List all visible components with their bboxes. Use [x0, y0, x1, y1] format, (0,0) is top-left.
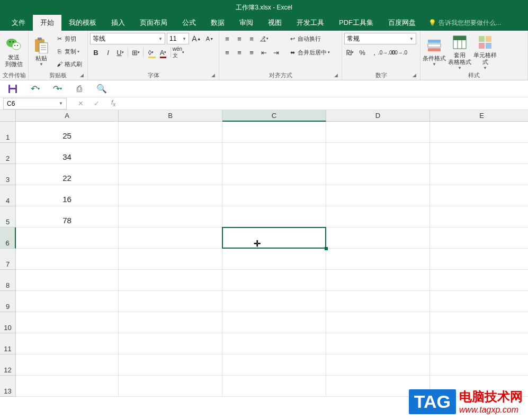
- format-painter-button[interactable]: 🖌格式刷: [54, 58, 83, 70]
- cell[interactable]: [119, 270, 222, 291]
- cell[interactable]: [119, 376, 222, 397]
- font-dialog-launcher[interactable]: ◢: [211, 72, 218, 79]
- cell[interactable]: [222, 227, 326, 249]
- cell[interactable]: [16, 227, 119, 249]
- cell[interactable]: [326, 206, 430, 227]
- cell[interactable]: [430, 227, 528, 249]
- cell[interactable]: [430, 270, 528, 291]
- accept-formula-button[interactable]: ✓: [91, 98, 102, 109]
- cell[interactable]: [222, 291, 326, 312]
- spreadsheet-grid[interactable]: ABCDE 12345678910111213 2534221678 ✛: [0, 110, 528, 406]
- tab-developer[interactable]: 开发工具: [289, 15, 332, 31]
- decrease-indent-button[interactable]: ⇤: [258, 47, 270, 58]
- cell[interactable]: 34: [16, 143, 119, 164]
- select-all-corner[interactable]: [0, 110, 16, 122]
- cell[interactable]: [16, 354, 119, 376]
- increase-indent-button[interactable]: ⇥: [270, 47, 282, 58]
- tab-insert[interactable]: 插入: [104, 15, 132, 31]
- tab-home[interactable]: 开始: [33, 15, 61, 31]
- cell[interactable]: [430, 143, 528, 164]
- cell[interactable]: [16, 270, 119, 291]
- cell[interactable]: [326, 227, 430, 249]
- align-top-button[interactable]: ≡: [221, 33, 233, 44]
- increase-font-button[interactable]: A▲: [191, 33, 202, 44]
- cell[interactable]: [326, 164, 430, 185]
- accounting-format-button[interactable]: ₪▾: [344, 47, 356, 58]
- number-format-combo[interactable]: 常规▼: [344, 33, 416, 44]
- cell[interactable]: [119, 206, 222, 227]
- cell[interactable]: [430, 122, 528, 143]
- column-header[interactable]: D: [326, 110, 430, 122]
- cell[interactable]: 22: [16, 164, 119, 185]
- redo-button[interactable]: ↷ ▾: [51, 83, 64, 95]
- fill-handle[interactable]: [325, 247, 328, 250]
- cancel-formula-button[interactable]: ✕: [75, 98, 86, 109]
- font-size-combo[interactable]: 11▼: [167, 33, 189, 44]
- cell[interactable]: 16: [16, 185, 119, 206]
- row-header[interactable]: 12: [0, 354, 16, 376]
- cell[interactable]: [119, 354, 222, 376]
- font-name-combo[interactable]: 等线▼: [90, 33, 165, 44]
- row-header[interactable]: 4: [0, 185, 16, 206]
- cell[interactable]: [326, 291, 430, 312]
- tab-formulas[interactable]: 公式: [175, 15, 203, 31]
- name-box[interactable]: C6 ▼: [3, 98, 67, 109]
- align-dialog-launcher[interactable]: ◢: [334, 72, 341, 79]
- cell[interactable]: [326, 249, 430, 270]
- copy-button[interactable]: ⎘复制 ▾: [54, 45, 83, 57]
- undo-button[interactable]: ↶ ▾: [29, 83, 41, 95]
- cell[interactable]: [326, 185, 430, 206]
- cell[interactable]: [222, 333, 326, 354]
- wrap-text-button[interactable]: ↩自动换行: [287, 33, 331, 44]
- align-middle-button[interactable]: ≡: [234, 33, 245, 44]
- row-header[interactable]: 9: [0, 291, 16, 312]
- row-header[interactable]: 2: [0, 143, 16, 164]
- save-button[interactable]: [6, 83, 19, 95]
- send-to-wechat-button[interactable]: 发送到微信: [2, 33, 25, 71]
- cell[interactable]: [119, 227, 222, 249]
- cell[interactable]: [326, 122, 430, 143]
- cell[interactable]: [430, 249, 528, 270]
- cell[interactable]: [119, 164, 222, 185]
- row-header[interactable]: 3: [0, 164, 16, 185]
- row-header[interactable]: 6: [0, 227, 16, 249]
- cell[interactable]: [16, 291, 119, 312]
- cell[interactable]: [222, 143, 326, 164]
- tab-baidu[interactable]: 百度网盘: [381, 15, 423, 31]
- italic-button[interactable]: I: [102, 47, 114, 58]
- row-header[interactable]: 8: [0, 270, 16, 291]
- row-header[interactable]: 13: [0, 376, 16, 397]
- cell[interactable]: [222, 312, 326, 333]
- cell[interactable]: [16, 249, 119, 270]
- cell[interactable]: [430, 333, 528, 354]
- tab-templates[interactable]: 我的模板: [61, 15, 104, 31]
- tab-layout[interactable]: 页面布局: [132, 15, 175, 31]
- cell[interactable]: [119, 291, 222, 312]
- cell[interactable]: [222, 376, 326, 397]
- row-header[interactable]: 7: [0, 249, 16, 270]
- column-header[interactable]: B: [119, 110, 222, 122]
- cell[interactable]: [16, 333, 119, 354]
- qat-btn-1[interactable]: ⎙: [73, 83, 86, 95]
- paste-button[interactable]: 粘贴 ▼: [31, 33, 52, 71]
- phonetic-button[interactable]: wén文▾: [173, 47, 184, 58]
- orientation-button[interactable]: ⦨▾: [258, 33, 270, 44]
- fx-icon[interactable]: fx: [111, 99, 115, 107]
- align-bottom-button[interactable]: ≡: [246, 33, 257, 44]
- bold-button[interactable]: B: [90, 47, 102, 58]
- cut-button[interactable]: ✂剪切: [54, 33, 83, 44]
- cell[interactable]: [119, 312, 222, 333]
- row-header[interactable]: 1: [0, 122, 16, 143]
- cell[interactable]: [430, 354, 528, 376]
- tell-me-search[interactable]: 💡 告诉我您想要做什么...: [423, 19, 501, 28]
- cell[interactable]: [430, 206, 528, 227]
- cell[interactable]: [222, 206, 326, 227]
- cell[interactable]: [16, 312, 119, 333]
- cell[interactable]: [222, 270, 326, 291]
- decrease-font-button[interactable]: A▼: [204, 33, 216, 44]
- cell[interactable]: [326, 270, 430, 291]
- table-format-button[interactable]: 套用表格格式 ▼: [448, 33, 471, 71]
- tab-view[interactable]: 视图: [261, 15, 289, 31]
- cell[interactable]: [222, 249, 326, 270]
- tab-file[interactable]: 文件: [4, 15, 33, 31]
